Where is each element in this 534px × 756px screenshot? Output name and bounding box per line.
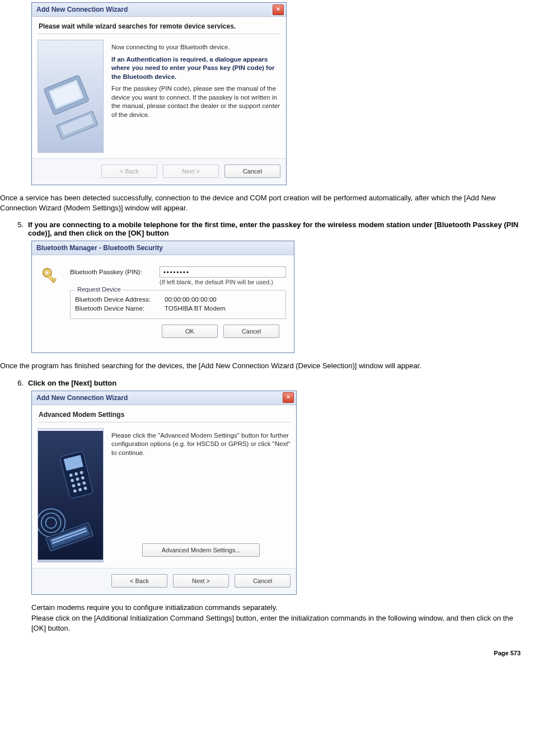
device-address-label: Bluetooth Device Address: [75, 296, 165, 303]
advanced-settings-text: Please click the "Advanced Modem Setting… [111, 431, 291, 458]
key-icon [40, 265, 61, 287]
passkey-input[interactable] [160, 266, 286, 278]
advanced-modem-settings-button[interactable]: Advanced Modem Settings... [142, 543, 260, 557]
device-name-value: TOSHIBA BT Modem [165, 305, 281, 312]
explanation-para-2: Once the program has finished searching … [0, 361, 534, 371]
step-number: 5. [10, 220, 24, 237]
step-text: If you are connecting to a mobile teleph… [28, 220, 518, 237]
cancel-button[interactable]: Cancel [224, 165, 280, 178]
wizard-illustration [38, 40, 104, 153]
passkey-help-text: For the passkey (PIN code), please see t… [111, 84, 280, 119]
group-legend: Request Device [75, 286, 123, 293]
add-new-connection-wizard-2: Add New Connection Wizard × Advanced Mod… [31, 391, 297, 595]
titlebar: Add New Connection Wizard × [32, 3, 286, 17]
window-title: Add New Connection Wizard [36, 394, 283, 402]
page-number: Page 573 [0, 640, 534, 662]
connecting-text: Now connecting to your Bluetooth device. [111, 43, 280, 52]
passkey-label: Bluetooth Passkey (PIN): [70, 269, 160, 275]
step-number: 6. [10, 379, 24, 387]
explanation-para-3a: Certain modems require you to configure … [31, 603, 530, 613]
window-title: Bluetooth Manager - Bluetooth Security [36, 244, 292, 252]
explanation-para-3b: Please click on the [Additional Initiali… [31, 613, 530, 633]
device-name-label: Bluetooth Device Name: [75, 305, 165, 312]
window-title: Add New Connection Wizard [36, 6, 273, 13]
wizard-text: Now connecting to your Bluetooth device.… [111, 40, 280, 153]
step-text: Click on the [Next] button [28, 379, 116, 387]
explanation-para-1: Once a service has been detected success… [0, 193, 534, 213]
next-button: Next > [163, 165, 219, 178]
wizard-header: Please wait while wizard searches for re… [39, 22, 280, 30]
titlebar: Bluetooth Manager - Bluetooth Security [32, 241, 294, 255]
cancel-button[interactable]: Cancel [235, 574, 291, 588]
back-button: < Back [101, 165, 157, 178]
close-icon[interactable]: × [283, 392, 294, 403]
wizard-text: Please click the "Advanced Modem Setting… [111, 428, 291, 562]
cancel-button[interactable]: Cancel [223, 325, 279, 338]
wizard-illustration [38, 428, 104, 562]
ok-button[interactable]: OK [162, 325, 218, 338]
next-button[interactable]: Next > [173, 574, 229, 588]
add-new-connection-wizard-1: Add New Connection Wizard × Please wait … [31, 2, 287, 185]
auth-required-text: If an Authentication is required, a dial… [111, 55, 280, 82]
close-icon[interactable]: × [273, 4, 284, 15]
titlebar: Add New Connection Wizard × [32, 391, 296, 405]
passkey-hint: (If left blank, the default PIN will be … [160, 279, 286, 285]
request-device-group: Request Device Bluetooth Device Address:… [70, 290, 286, 319]
svg-point-7 [45, 271, 49, 275]
step-5: 5. If you are connecting to a mobile tel… [10, 220, 528, 237]
wizard-header: Advanced Modem Settings [39, 411, 291, 419]
step-6: 6. Click on the [Next] button [10, 379, 528, 387]
back-button[interactable]: < Back [111, 574, 167, 588]
bluetooth-security-dialog: Bluetooth Manager - Bluetooth Security B… [31, 241, 294, 353]
device-address-value: 00:00:00:00:00:00 [165, 296, 281, 303]
